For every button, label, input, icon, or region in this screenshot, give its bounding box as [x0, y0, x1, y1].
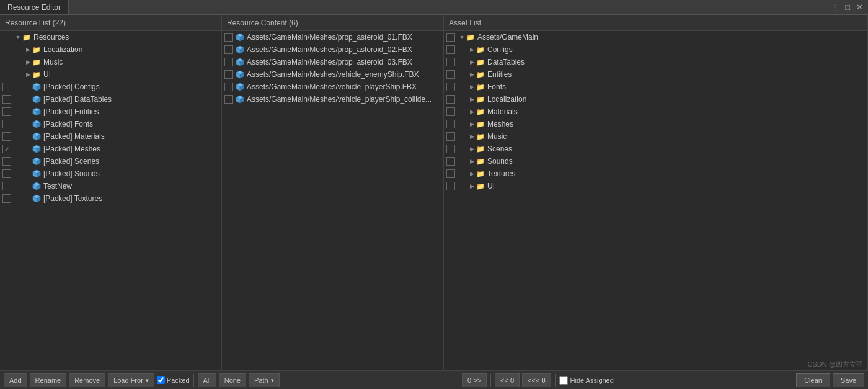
- list-item[interactable]: 📁Assets/GameMain: [444, 31, 867, 43]
- tree-arrow[interactable]: [467, 133, 476, 140]
- item-checkbox[interactable]: [2, 169, 11, 178]
- counter3-button[interactable]: <<< 0: [522, 373, 551, 387]
- list-item[interactable]: [Packed] DataTables: [0, 93, 221, 105]
- resource-content-body[interactable]: Assets/GameMain/Meshes/prop_asteroid_01.…: [222, 31, 443, 370]
- item-checkbox[interactable]: [446, 145, 455, 153]
- list-item[interactable]: 📁Configs: [444, 43, 867, 56]
- item-checkbox[interactable]: [446, 83, 455, 91]
- item-checkbox[interactable]: [446, 95, 455, 104]
- hide-assigned-checkbox[interactable]: [559, 376, 568, 385]
- item-checkbox[interactable]: [2, 194, 11, 203]
- resource-list-body[interactable]: 📁Resources📁Localization📁Music📁UI [Packed…: [0, 31, 221, 370]
- item-checkbox[interactable]: [224, 95, 233, 104]
- item-checkbox[interactable]: [446, 107, 455, 116]
- list-item[interactable]: TestNew: [0, 180, 221, 192]
- path-button[interactable]: Path ▾: [249, 373, 280, 387]
- tree-arrow[interactable]: [24, 71, 32, 78]
- list-item[interactable]: 📁DataTables: [444, 56, 867, 68]
- item-checkbox[interactable]: [446, 70, 455, 79]
- item-checkbox[interactable]: [2, 95, 11, 104]
- tree-arrow[interactable]: [467, 47, 476, 53]
- item-checkbox[interactable]: [2, 182, 11, 190]
- load-from-button[interactable]: Load Fror ▾: [108, 373, 154, 387]
- item-checkbox[interactable]: [224, 45, 233, 54]
- tree-arrow[interactable]: [467, 183, 476, 189]
- tree-arrow[interactable]: [467, 96, 476, 102]
- list-item[interactable]: 📁Sounds: [444, 155, 867, 168]
- add-button[interactable]: Add: [4, 373, 27, 387]
- list-item[interactable]: 📁Scenes: [444, 143, 867, 155]
- item-checkbox[interactable]: [224, 33, 233, 42]
- all-button[interactable]: All: [198, 373, 216, 387]
- item-checkbox[interactable]: [2, 107, 11, 116]
- list-item[interactable]: 📁UI: [0, 68, 221, 81]
- list-item[interactable]: 📁Music: [444, 130, 867, 143]
- list-item[interactable]: Assets/GameMain/Meshes/prop_asteroid_02.…: [222, 43, 443, 56]
- item-checkbox[interactable]: [224, 83, 233, 91]
- tree-arrow[interactable]: [467, 121, 476, 127]
- item-label: [Packed] Sounds: [43, 169, 100, 178]
- maximize-icon[interactable]: □: [843, 2, 852, 12]
- packed-checkbox[interactable]: [157, 376, 165, 384]
- item-checkbox[interactable]: [446, 33, 455, 42]
- list-item[interactable]: 📁Localization: [0, 43, 221, 56]
- item-checkbox[interactable]: [2, 145, 11, 153]
- counter2-button[interactable]: << 0: [495, 373, 520, 387]
- item-checkbox[interactable]: [2, 120, 11, 128]
- list-item[interactable]: Assets/GameMain/Meshes/vehicle_playerShi…: [222, 81, 443, 93]
- list-item[interactable]: [Packed] Textures: [0, 192, 221, 205]
- list-item[interactable]: 📁Entities: [444, 68, 867, 81]
- list-item[interactable]: [Packed] Scenes: [0, 155, 221, 168]
- tree-arrow[interactable]: [467, 84, 476, 90]
- item-checkbox[interactable]: [446, 157, 455, 166]
- tree-arrow[interactable]: [24, 59, 32, 65]
- tree-arrow[interactable]: [24, 47, 32, 53]
- list-item[interactable]: [Packed] Entities: [0, 105, 221, 118]
- none-button[interactable]: None: [219, 373, 246, 387]
- list-item[interactable]: 📁Materials: [444, 105, 867, 118]
- list-item[interactable]: Assets/GameMain/Meshes/prop_asteroid_03.…: [222, 56, 443, 68]
- clean-button[interactable]: Clean: [796, 373, 830, 387]
- remove-button[interactable]: Remove: [69, 373, 105, 387]
- item-checkbox[interactable]: [224, 70, 233, 79]
- item-checkbox[interactable]: [446, 182, 455, 190]
- list-item[interactable]: 📁Resources: [0, 31, 221, 43]
- list-item[interactable]: [Packed] Configs: [0, 81, 221, 93]
- item-checkbox[interactable]: [446, 132, 455, 141]
- tree-arrow[interactable]: [14, 34, 22, 40]
- list-item[interactable]: Assets/GameMain/Meshes/prop_asteroid_01.…: [222, 31, 443, 43]
- list-item[interactable]: 📁Fonts: [444, 81, 867, 93]
- list-item[interactable]: 📁Music: [0, 56, 221, 68]
- item-checkbox[interactable]: [2, 132, 11, 141]
- save-button[interactable]: Save: [833, 373, 864, 387]
- list-item[interactable]: [Packed] Fonts: [0, 118, 221, 130]
- item-checkbox[interactable]: [2, 157, 11, 166]
- tree-arrow[interactable]: [467, 171, 476, 177]
- item-checkbox[interactable]: [446, 58, 455, 66]
- item-checkbox[interactable]: [224, 58, 233, 66]
- list-item[interactable]: Assets/GameMain/Meshes/vehicle_playerShi…: [222, 93, 443, 105]
- asset-list-body[interactable]: 📁Assets/GameMain📁Configs📁DataTables📁Enti…: [444, 31, 867, 370]
- item-checkbox[interactable]: [2, 83, 11, 91]
- tree-arrow[interactable]: [458, 34, 466, 40]
- rename-button[interactable]: Rename: [30, 373, 67, 387]
- menu-icon[interactable]: ⋮: [828, 2, 841, 12]
- item-checkbox[interactable]: [446, 169, 455, 178]
- tree-arrow[interactable]: [467, 146, 476, 152]
- tree-arrow[interactable]: [467, 109, 476, 115]
- item-checkbox[interactable]: [446, 45, 455, 54]
- list-item[interactable]: [Packed] Sounds: [0, 168, 221, 180]
- tree-arrow[interactable]: [467, 59, 476, 65]
- list-item[interactable]: 📁UI: [444, 180, 867, 192]
- list-item[interactable]: [Packed] Materials: [0, 130, 221, 143]
- list-item[interactable]: Assets/GameMain/Meshes/vehicle_enemyShip…: [222, 68, 443, 81]
- tree-arrow[interactable]: [467, 158, 476, 164]
- item-checkbox[interactable]: [446, 120, 455, 128]
- list-item[interactable]: [Packed] Meshes: [0, 143, 221, 155]
- list-item[interactable]: 📁Localization: [444, 93, 867, 105]
- counter1-button[interactable]: 0 >>: [462, 373, 487, 387]
- tree-arrow[interactable]: [467, 71, 476, 78]
- list-item[interactable]: 📁Textures: [444, 168, 867, 180]
- list-item[interactable]: 📁Meshes: [444, 118, 867, 130]
- close-icon[interactable]: ✕: [854, 2, 866, 12]
